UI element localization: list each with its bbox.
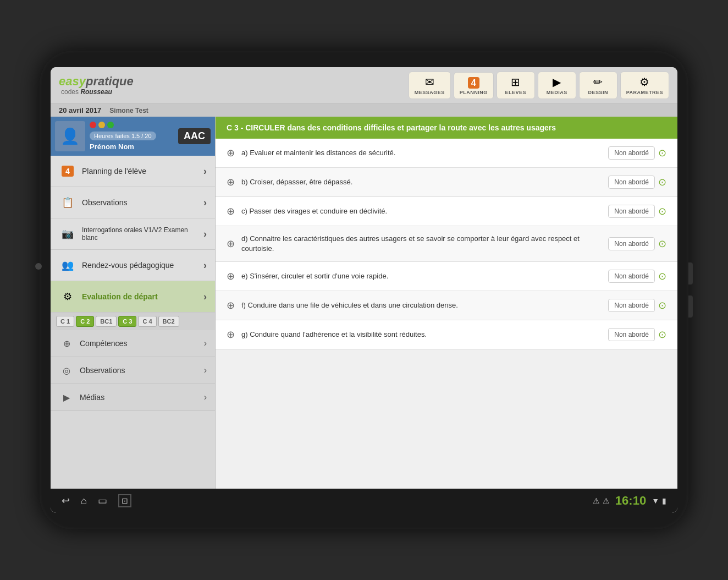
tab-c2[interactable]: C 2 (76, 316, 94, 327)
planning-button[interactable]: 4 PLANNING (454, 72, 494, 99)
dessin-icon: ✏ (593, 75, 603, 89)
light-red (90, 122, 96, 128)
comp-text-e: e) S'insérer, circuler et sortir d'une v… (241, 271, 602, 281)
status-button-d[interactable]: Non abordé (608, 237, 655, 250)
student-card: 👤 Heures faites 1.5 / 20 Prénom Nom (51, 117, 215, 156)
top-bar: easypratique codes Rousseau ✉ MESSAGES 4 (51, 67, 677, 104)
sub-item-medias[interactable]: ▶ Médias › (51, 384, 215, 411)
rdv-icon: 👥 (59, 256, 76, 274)
sidebar-item-planning[interactable]: 4 Planning de l'élève › (51, 156, 215, 187)
home-button[interactable]: ⌂ (81, 495, 87, 507)
chevron-right-icon: › (203, 197, 207, 209)
tab-bc1[interactable]: BC1 (96, 316, 117, 327)
tabs-row: C 1 C 2 BC1 C 3 C 4 BC2 (51, 313, 215, 330)
planning-icon: 4 (468, 76, 479, 89)
tab-c3[interactable]: C 3 (118, 316, 136, 327)
chevron-right-icon: › (203, 260, 207, 271)
comp-status-d: Non abordé ⊙ (608, 237, 666, 250)
status-button-a[interactable]: Non abordé (608, 146, 655, 160)
chevron-right-icon: › (204, 392, 207, 402)
instructor-name: Simone Test (109, 107, 148, 114)
tab-c1[interactable]: C 1 (56, 316, 74, 327)
status-button-f[interactable]: Non abordé (608, 299, 655, 312)
battery-icon: ▮ (662, 496, 666, 505)
light-yellow (98, 122, 105, 128)
sub-menu: ⊕ Compétences › ◎ Observations › ▶ Média… (51, 330, 215, 411)
sidebar-item-rdv[interactable]: 👥 Rendez-vous pédagogique › (51, 250, 215, 281)
status-button-c[interactable]: Non abordé (608, 205, 655, 218)
logo-sub: codes Rousseau (61, 89, 134, 96)
chevron-right-icon: › (204, 365, 207, 375)
add-icon[interactable]: ⊕ (227, 299, 235, 311)
eleves-button[interactable]: ⊞ ELEVES (497, 72, 535, 99)
tab-bc2[interactable]: BC2 (158, 316, 179, 327)
messages-label: MESSAGES (415, 90, 445, 95)
status-chevron-icon[interactable]: ⊙ (658, 205, 666, 217)
sub-item-competences[interactable]: ⊕ Compétences › (51, 330, 215, 357)
add-icon[interactable]: ⊕ (227, 329, 235, 341)
warning-icon-2: ⚠ (603, 496, 610, 505)
recents-button[interactable]: ▭ (98, 495, 107, 507)
sub-item-observations[interactable]: ◎ Observations › (51, 357, 215, 384)
dessin-button[interactable]: ✏ DESSIN (579, 72, 617, 99)
comp-status-a: Non abordé ⊙ (608, 146, 666, 160)
connectivity-icons: ▼ ▮ (652, 496, 666, 505)
medias-button[interactable]: ▶ MEDIAS (538, 72, 576, 99)
main-content: 👤 Heures faites 1.5 / 20 Prénom Nom (51, 117, 677, 489)
comp-status-e: Non abordé ⊙ (608, 270, 666, 283)
bottom-right: ⚠ ⚠ 16:10 ▼ ▮ (593, 494, 666, 508)
planning-sidebar-icon: 4 (59, 162, 76, 180)
parametres-button[interactable]: ⚙ PARAMETRES (620, 72, 669, 99)
sidebar-item-interrogations[interactable]: 📷 Interrogations orales V1/V2 Examen bla… (51, 218, 215, 250)
comp-status-b: Non abordé ⊙ (608, 176, 666, 189)
status-chevron-icon[interactable]: ⊙ (658, 270, 666, 282)
chevron-right-icon: › (203, 166, 207, 177)
competence-row: ⊕ e) S'insérer, circuler et sortir d'une… (216, 262, 677, 291)
status-chevron-icon[interactable]: ⊙ (658, 238, 666, 250)
add-icon[interactable]: ⊕ (227, 147, 235, 159)
logo-pratique: pratique (86, 74, 134, 88)
status-chevron-icon[interactable]: ⊙ (658, 299, 666, 311)
section-header: C 3 - CIRCULER dans des conditions diffi… (216, 117, 677, 139)
status-chevron-icon[interactable]: ⊙ (658, 329, 666, 341)
comp-text-f: f) Conduire dans une file de véhicules e… (241, 300, 602, 310)
medias-label: MEDIAS (547, 90, 567, 95)
top-nav: ✉ MESSAGES 4 PLANNING ⊞ ELEVES ▶ (409, 72, 669, 99)
add-icon[interactable]: ⊕ (227, 270, 235, 282)
sub-observations-label: Observations (80, 366, 198, 375)
sidebar-interrogations-label: Interrogations orales V1/V2 Examen blanc (82, 226, 198, 242)
logo-text: easypratique (59, 75, 134, 88)
status-button-e[interactable]: Non abordé (608, 270, 655, 283)
avatar-icon: 👤 (60, 127, 80, 145)
competences-icon: ⊕ (59, 336, 74, 351)
competence-row: ⊕ d) Connaitre les caractéristiques des … (216, 226, 677, 262)
add-icon[interactable]: ⊕ (227, 176, 235, 188)
chevron-right-icon: › (203, 228, 207, 240)
observations-icon: 📋 (59, 194, 76, 211)
medias-sub-icon: ▶ (59, 390, 74, 405)
logo-easy: easy (59, 74, 86, 88)
medias-icon: ▶ (553, 75, 561, 89)
camera-button (35, 263, 42, 270)
sidebar-item-evaluation[interactable]: ⚙ Evaluation de départ › (51, 281, 215, 313)
status-chevron-icon[interactable]: ⊙ (658, 147, 666, 159)
sidebar-item-observations[interactable]: 📋 Observations › (51, 187, 215, 218)
comp-status-c: Non abordé ⊙ (608, 205, 666, 218)
add-icon[interactable]: ⊕ (227, 238, 235, 250)
competences-list: ⊕ a) Evaluer et maintenir les distances … (216, 139, 677, 489)
date-bar: 20 avril 2017 Simone Test (51, 104, 677, 117)
screenshot-button[interactable]: ⊡ (118, 494, 131, 507)
messages-button[interactable]: ✉ MESSAGES (409, 72, 451, 99)
sub-medias-label: Médias (80, 393, 198, 402)
competence-row: ⊕ g) Conduire quand l'adhérence et la vi… (216, 320, 677, 349)
parametres-label: PARAMETRES (626, 90, 663, 95)
observations-sub-icon: ◎ (59, 363, 74, 378)
traffic-lights (90, 122, 174, 128)
status-button-g[interactable]: Non abordé (608, 328, 655, 341)
status-chevron-icon[interactable]: ⊙ (658, 176, 666, 188)
status-button-b[interactable]: Non abordé (608, 176, 655, 189)
competence-row: ⊕ c) Passer des virages et conduire en d… (216, 197, 677, 226)
back-button[interactable]: ↩ (62, 495, 70, 507)
add-icon[interactable]: ⊕ (227, 205, 235, 217)
tab-c4[interactable]: C 4 (138, 316, 156, 327)
